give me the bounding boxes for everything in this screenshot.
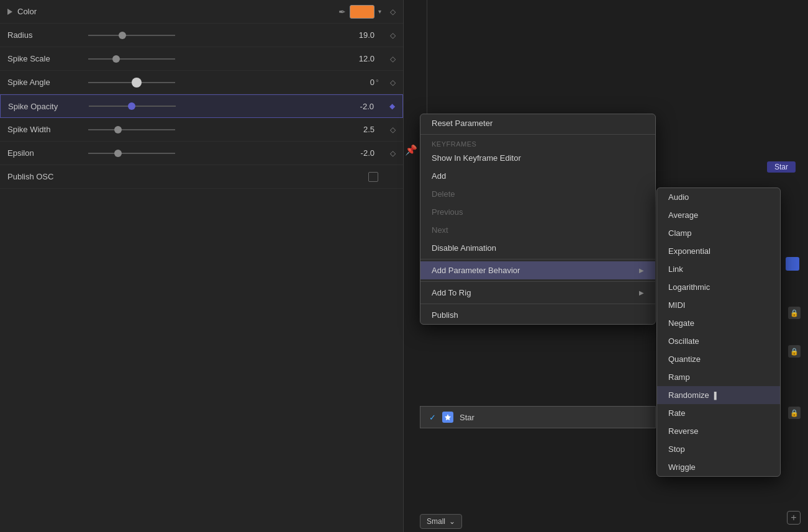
color-label: Color: [7, 7, 37, 16]
lock-icon-2-area: 🔒: [788, 345, 801, 358]
epsilon-slider-track[interactable]: [88, 153, 175, 154]
submenu-wriggle[interactable]: Wriggle: [657, 458, 780, 476]
publish-osc-label: Publish OSC: [7, 172, 88, 181]
spike-width-thumb[interactable]: [114, 126, 122, 133]
submenu-randomize[interactable]: Randomize ▌: [657, 386, 780, 404]
star-entry-icon: [442, 412, 453, 423]
radius-value: 19.0: [343, 30, 374, 40]
star-label: Star: [767, 161, 796, 173]
submenu-quantize[interactable]: Quantize: [657, 350, 780, 368]
color-swatch-area: ✒ ▾ ◇: [338, 5, 396, 19]
lock-icon-1[interactable]: 🔒: [788, 307, 801, 319]
radius-slider-track[interactable]: [88, 35, 175, 36]
add-keyframe-item[interactable]: Add: [420, 167, 655, 185]
submenu-average[interactable]: Average: [657, 206, 780, 224]
submenu-ramp[interactable]: Ramp: [657, 368, 780, 386]
color-row: Color ✒ ▾ ◇: [0, 0, 403, 24]
left-panel: Color ✒ ▾ ◇ Radius 19.0 ◇ Spike Scale 12…: [0, 0, 404, 532]
submenu-reverse[interactable]: Reverse: [657, 422, 780, 440]
submenu-oscillate[interactable]: Oscillate: [657, 332, 780, 350]
star-checkmark: ✓: [429, 413, 436, 422]
spike-scale-thumb[interactable]: [112, 55, 120, 63]
submenu-audio[interactable]: Audio: [657, 188, 780, 206]
menu-separator-2: [420, 259, 655, 259]
submenu-logarithmic[interactable]: Logarithmic: [657, 278, 780, 296]
epsilon-value: -2.0: [343, 148, 374, 158]
reset-parameter-item[interactable]: Reset Parameter: [420, 114, 655, 132]
disable-animation-item[interactable]: Disable Animation: [420, 239, 655, 257]
previous-keyframe-item: Previous: [420, 203, 655, 221]
spike-opacity-slider-track[interactable]: [89, 106, 176, 107]
spike-angle-label: Spike Angle: [7, 78, 88, 87]
submenu-rate[interactable]: Rate: [657, 404, 780, 422]
spike-width-slider-area[interactable]: [88, 129, 343, 130]
expand-triangle-icon[interactable]: [7, 9, 12, 15]
spike-scale-label: Spike Scale: [7, 54, 88, 63]
radius-slider-thumb[interactable]: [119, 32, 126, 39]
color-label-text: Color: [17, 7, 37, 16]
menu-separator-1: [420, 134, 655, 135]
spike-scale-value: 12.0: [343, 54, 374, 63]
spike-opacity-thumb[interactable]: [128, 102, 135, 110]
eyedropper-icon[interactable]: ✒: [338, 7, 346, 17]
spike-width-value: 2.5: [343, 125, 374, 134]
lock-icon-3-area: 🔒: [788, 407, 801, 419]
spike-opacity-label: Spike Opacity: [8, 102, 89, 111]
spike-width-label: Spike Width: [7, 125, 88, 134]
epsilon-keyframe-icon[interactable]: ◇: [390, 149, 396, 158]
add-icon[interactable]: +: [787, 511, 801, 525]
spike-opacity-slider-area[interactable]: [89, 106, 343, 107]
spike-scale-slider-track[interactable]: [88, 58, 175, 60]
spike-angle-value: 0: [343, 78, 374, 87]
radius-slider-area[interactable]: [88, 35, 343, 36]
spike-angle-keyframe-icon[interactable]: ◇: [390, 78, 396, 87]
small-size-dropdown[interactable]: Small ⌄: [420, 514, 462, 529]
spike-opacity-value: -2.0: [343, 102, 374, 111]
spike-angle-slider-track[interactable]: [88, 82, 175, 83]
star-entry[interactable]: ✓ Star: [420, 406, 656, 428]
param-row-spike-angle: Spike Angle 0 ° ◇: [0, 71, 403, 94]
radius-keyframe-icon[interactable]: ◇: [390, 31, 396, 40]
submenu-exponential[interactable]: Exponential: [657, 242, 780, 260]
color-chevron-icon[interactable]: ▾: [378, 8, 381, 15]
keyframe-diamond-icon[interactable]: ◇: [390, 7, 396, 16]
keyframes-section-label: KEYFRAMES: [420, 137, 655, 149]
spike-scale-slider-area[interactable]: [88, 58, 343, 60]
epsilon-thumb[interactable]: [114, 150, 122, 157]
submenu-link[interactable]: Link: [657, 260, 780, 278]
submenu-clamp[interactable]: Clamp: [657, 224, 780, 242]
spike-angle-slider-area[interactable]: [88, 82, 343, 83]
next-keyframe-item: Next: [420, 221, 655, 239]
show-keyframe-editor-item[interactable]: Show In Keyframe Editor: [420, 149, 655, 167]
submenu-midi[interactable]: MIDI: [657, 296, 780, 314]
spike-opacity-keyframe-icon[interactable]: ◆: [389, 102, 395, 110]
add-to-rig-arrow: ▶: [639, 289, 644, 296]
param-row-epsilon: Epsilon -2.0 ◇: [0, 142, 403, 165]
submenu-stop[interactable]: Stop: [657, 440, 780, 458]
small-dropdown-label: Small: [427, 517, 445, 526]
add-param-behavior-item[interactable]: Add Parameter Behavior ▶: [420, 261, 655, 279]
submenu-negate[interactable]: Negate: [657, 314, 780, 332]
lock-icon-3[interactable]: 🔒: [788, 407, 801, 419]
spike-scale-keyframe-icon[interactable]: ◇: [390, 55, 396, 63]
svg-marker-0: [445, 414, 451, 420]
add-to-rig-item[interactable]: Add To Rig ▶: [420, 284, 655, 302]
color-swatch[interactable]: [350, 5, 374, 19]
publish-item[interactable]: Publish: [420, 306, 655, 324]
blue-square-icon[interactable]: [786, 257, 799, 271]
pin-icon: 📌: [405, 144, 417, 156]
spike-width-keyframe-icon[interactable]: ◇: [390, 125, 396, 134]
param-row-publish-osc: Publish OSC: [0, 165, 403, 189]
spike-width-slider-track[interactable]: [88, 129, 175, 130]
add-param-behavior-arrow: ▶: [639, 267, 644, 274]
menu-separator-3: [420, 281, 655, 282]
delete-keyframe-item: Delete: [420, 185, 655, 203]
lock-icon-2[interactable]: 🔒: [788, 345, 801, 358]
param-row-spike-opacity: Spike Opacity -2.0 ◆: [0, 94, 403, 118]
publish-osc-checkbox[interactable]: [368, 172, 378, 182]
param-row-radius: Radius 19.0 ◇: [0, 24, 403, 47]
epsilon-label: Epsilon: [7, 148, 88, 158]
spike-angle-thumb[interactable]: [132, 78, 142, 88]
radius-label: Radius: [7, 30, 88, 40]
epsilon-slider-area[interactable]: [88, 153, 343, 154]
